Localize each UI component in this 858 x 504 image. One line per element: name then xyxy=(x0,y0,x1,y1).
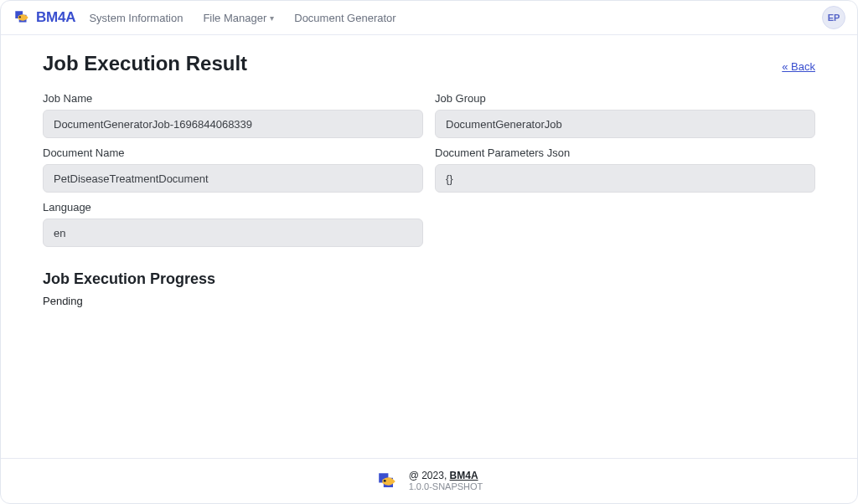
job-name-value: DocumentGeneratorJob-1696844068339 xyxy=(43,110,423,138)
job-name-label: Job Name xyxy=(43,92,423,105)
brand-link[interactable]: BM4A xyxy=(13,8,75,27)
footer-brand-link[interactable]: BM4A xyxy=(450,470,478,481)
field-document-name: Document Name PetDiseaseTreatmentDocumen… xyxy=(43,147,423,193)
navbar: BM4A System Information File Manager ▾ D… xyxy=(1,1,857,35)
field-job-name: Job Name DocumentGeneratorJob-1696844068… xyxy=(43,92,423,138)
job-group-value: DocumentGeneratorJob xyxy=(435,110,815,138)
footer: @ 2023, BM4A 1.0.0-SNAPSHOT xyxy=(1,458,857,503)
field-job-group: Job Group DocumentGeneratorJob xyxy=(435,92,815,138)
job-group-label: Job Group xyxy=(435,92,815,105)
main-content: Job Execution Result « Back Job Name Doc… xyxy=(1,35,857,458)
document-params-value: {} xyxy=(435,164,815,193)
footer-copyright-prefix: @ 2023, xyxy=(409,470,450,481)
footer-copyright: @ 2023, BM4A xyxy=(409,470,483,481)
svg-point-0 xyxy=(19,16,21,18)
document-name-label: Document Name xyxy=(43,147,423,159)
footer-version: 1.0.0-SNAPSHOT xyxy=(409,481,483,492)
language-label: Language xyxy=(43,201,423,213)
document-params-label: Document Parameters Json xyxy=(435,147,815,159)
field-language: Language en xyxy=(43,201,423,247)
avatar-initials: EP xyxy=(828,13,840,23)
nav-links: System Information File Manager ▾ Docume… xyxy=(89,12,395,24)
footer-logo-icon xyxy=(375,470,399,493)
nav-document-generator[interactable]: Document Generator xyxy=(294,12,395,24)
back-link[interactable]: « Back xyxy=(782,60,815,73)
document-name-value: PetDiseaseTreatmentDocument xyxy=(43,164,423,193)
user-avatar[interactable]: EP xyxy=(822,6,845,29)
page-title: Job Execution Result xyxy=(43,52,247,75)
nav-system-information[interactable]: System Information xyxy=(89,12,183,24)
nav-file-manager-label: File Manager xyxy=(203,12,266,24)
field-document-params: Document Parameters Json {} xyxy=(435,147,815,193)
language-value: en xyxy=(43,219,423,247)
progress-heading: Job Execution Progress xyxy=(43,270,815,288)
brand-name: BM4A xyxy=(36,9,75,26)
svg-point-1 xyxy=(383,479,385,481)
chevron-down-icon: ▾ xyxy=(270,13,274,23)
progress-status: Pending xyxy=(43,295,815,307)
brand-logo-icon xyxy=(13,8,31,27)
nav-file-manager[interactable]: File Manager ▾ xyxy=(203,12,274,24)
